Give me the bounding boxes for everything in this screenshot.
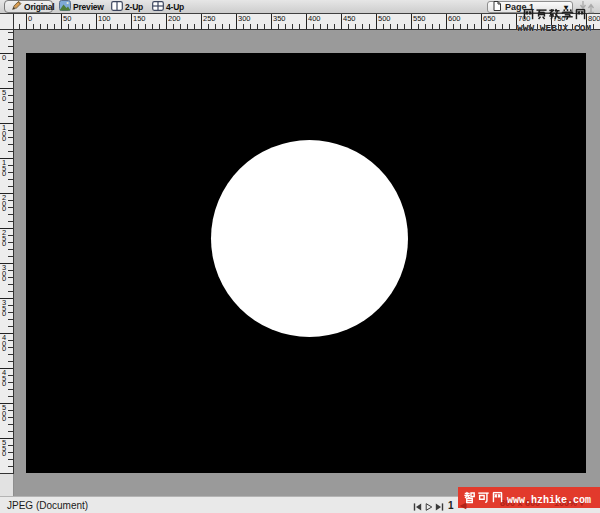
webjx-watermark-cjk-text: [522, 8, 587, 21]
tab-4up-label: 4-Up: [166, 1, 184, 11]
first-frame-button[interactable]: [413, 502, 422, 513]
ruler-minor-tick: [299, 24, 300, 29]
ruler-minor-tick: [54, 24, 55, 29]
ruler-minor-tick: [8, 221, 13, 222]
ruler-minor-tick: [8, 172, 13, 173]
image-thumbnail-icon: [59, 0, 71, 13]
ruler-label: 650: [483, 14, 496, 23]
ruler-minor-tick: [327, 24, 328, 29]
tab-original[interactable]: Original: [4, 0, 53, 13]
ruler-minor-tick: [8, 242, 13, 243]
ruler-minor-tick: [173, 24, 174, 29]
horizontal-ruler[interactable]: 0501001502002503003504004505005506006507…: [0, 14, 600, 30]
ruler-minor-tick: [320, 24, 321, 29]
ruler-minor-tick: [8, 347, 13, 348]
ruler-minor-tick: [8, 81, 13, 82]
ruler-minor-tick: [8, 340, 13, 341]
hzhike-watermark-url: www.hzhike.com: [507, 495, 591, 506]
ruler-corner-box[interactable]: [0, 14, 14, 30]
ruler-label: 500: [2, 405, 8, 422]
ruler-label: 400: [2, 335, 8, 352]
tab-preview[interactable]: Preview: [59, 0, 104, 13]
canvas-area[interactable]: [0, 30, 600, 496]
ruler-minor-tick: [495, 24, 496, 29]
ruler-minor-tick: [8, 361, 13, 362]
ruler-minor-tick: [138, 24, 139, 29]
ruler-label: 250: [203, 14, 216, 23]
ruler-minor-tick: [355, 24, 356, 29]
ruler-minor-tick: [47, 24, 48, 29]
ruler-minor-tick: [8, 144, 13, 145]
webjx-watermark-url: WWW.WEBJX.COM: [517, 23, 591, 34]
ruler-minor-tick: [348, 24, 349, 29]
ruler-major-tick: [201, 14, 202, 29]
ruler-minor-tick: [509, 24, 510, 29]
frame-number: 1: [448, 500, 454, 511]
ruler-label: 100: [98, 14, 111, 23]
ruler-minor-tick: [8, 396, 13, 397]
ruler-minor-tick: [502, 24, 503, 29]
ruler-minor-tick: [397, 24, 398, 29]
ruler-major-tick: [271, 14, 272, 29]
ruler-minor-tick: [180, 24, 181, 29]
ruler-minor-tick: [250, 24, 251, 29]
ruler-label: 350: [2, 300, 8, 317]
ruler-minor-tick: [418, 24, 419, 29]
ruler-minor-tick: [8, 291, 13, 292]
ruler-major-tick: [236, 14, 237, 29]
image-document[interactable]: [26, 53, 586, 473]
cjk-glyph: [574, 8, 587, 21]
ruler-label: 600: [448, 14, 461, 23]
ruler-minor-tick: [8, 95, 13, 96]
ruler-minor-tick: [8, 270, 13, 271]
cjk-glyph: [561, 8, 574, 21]
ruler-label: 50: [63, 14, 71, 23]
tab-2up-label: 2-Up: [125, 1, 143, 11]
ruler-label: 0: [28, 14, 32, 23]
ruler-minor-tick: [313, 24, 314, 29]
tab-preview-label: Preview: [73, 1, 104, 11]
ruler-minor-tick: [8, 74, 13, 75]
ruler-major-tick: [341, 14, 342, 29]
tab-4up[interactable]: 4-Up: [152, 0, 184, 13]
ruler-label: 450: [2, 370, 8, 387]
ruler-label: 200: [168, 14, 181, 23]
ruler-minor-tick: [8, 102, 13, 103]
ruler-label: 200: [2, 195, 8, 212]
ruler-major-tick: [61, 14, 62, 29]
ruler-label: 500: [378, 14, 391, 23]
ruler-minor-tick: [8, 186, 13, 187]
ruler-minor-tick: [124, 24, 125, 29]
format-label: JPEG (Document): [7, 500, 88, 511]
last-frame-button[interactable]: [435, 502, 444, 513]
ruler-minor-tick: [33, 24, 34, 29]
ruler-minor-tick: [8, 130, 13, 131]
ruler-minor-tick: [383, 24, 384, 29]
play-button[interactable]: [425, 502, 433, 513]
ruler-minor-tick: [8, 32, 13, 33]
ruler-minor-tick: [159, 24, 160, 29]
ruler-minor-tick: [187, 24, 188, 29]
vertical-ruler[interactable]: 050100150200250300350400450500550: [0, 30, 14, 474]
ruler-minor-tick: [19, 24, 20, 29]
ruler-minor-tick: [439, 24, 440, 29]
cjk-glyph: [463, 491, 476, 504]
ruler-minor-tick: [194, 24, 195, 29]
ruler-minor-tick: [8, 424, 13, 425]
ruler-major-tick: [481, 14, 482, 29]
ruler-label: 350: [273, 14, 286, 23]
ruler-label: 400: [308, 14, 321, 23]
view-tab-bar: Original Preview 2-Up: [0, 0, 600, 14]
ruler-label: 150: [133, 14, 146, 23]
ruler-major-tick: [96, 14, 97, 29]
ruler-minor-tick: [8, 319, 13, 320]
ruler-minor-tick: [8, 277, 13, 278]
tab-2up[interactable]: 2-Up: [111, 0, 143, 13]
ruler-minor-tick: [152, 24, 153, 29]
ruler-minor-tick: [460, 24, 461, 29]
ruler-minor-tick: [425, 24, 426, 29]
page-icon: [493, 1, 501, 13]
ruler-minor-tick: [8, 46, 13, 47]
hzhike-watermark: ◀ 800 x 600 100% ▾ www.hzhike.com: [458, 487, 600, 508]
ruler-minor-tick: [8, 305, 13, 306]
